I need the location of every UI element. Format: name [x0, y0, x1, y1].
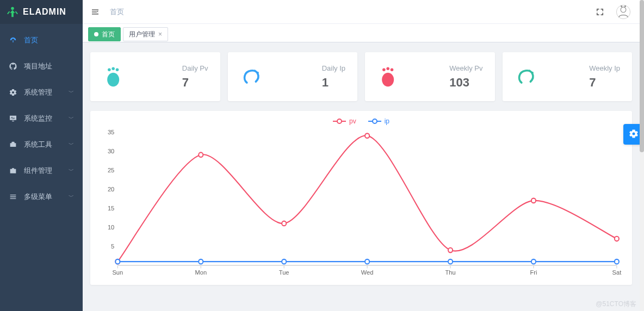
svg-text:10: 10	[108, 224, 114, 231]
avatar[interactable]	[615, 3, 632, 21]
chevron-down-icon: ﹀	[69, 115, 74, 122]
svg-point-13	[382, 68, 386, 71]
stat-card-weekly-ip[interactable]: Weekly Ip 7	[503, 52, 633, 101]
stat-label: Weekly Ip	[589, 64, 620, 72]
svg-text:35: 35	[108, 129, 114, 135]
menu-label: 系统管理	[24, 88, 62, 97]
fullscreen-icon[interactable]	[595, 7, 605, 17]
menu-label: 系统监控	[24, 114, 62, 123]
svg-point-51	[365, 259, 369, 264]
svg-point-42	[199, 152, 203, 157]
menu-label: 首页	[24, 35, 74, 45]
menu-label: 组件管理	[24, 166, 62, 176]
menu-collapse-icon[interactable]	[90, 7, 100, 17]
svg-point-7	[108, 68, 111, 71]
tab-label: 首页	[102, 28, 115, 41]
brand-name: ELADMIN	[23, 7, 66, 17]
menu-item-system-tools[interactable]: 系统工具 ﹀	[0, 132, 83, 158]
svg-text:Wed: Wed	[361, 269, 374, 276]
footprint-icon	[377, 65, 401, 89]
svg-point-50	[282, 259, 286, 264]
chevron-down-icon: ﹀	[69, 193, 74, 201]
swirl-footprint-icon	[240, 65, 264, 89]
svg-point-15	[391, 68, 394, 71]
svg-text:5: 5	[111, 243, 114, 250]
menu-item-multilevel[interactable]: 多级菜单 ﹀	[0, 184, 83, 210]
legend-label: pv	[349, 117, 356, 125]
svg-text:Fri: Fri	[530, 269, 537, 276]
svg-point-44	[365, 133, 369, 138]
svg-point-17	[528, 70, 530, 72]
tab-label: 用户管理	[129, 28, 155, 41]
scrollbar-track[interactable]	[640, 0, 644, 311]
monitor-icon	[9, 114, 17, 123]
briefcase-icon	[9, 166, 17, 175]
list-icon	[9, 192, 17, 201]
main-content: Daily Pv 7 Daily Ip 1 Weekly Pv 103	[83, 42, 640, 311]
svg-point-52	[448, 259, 453, 264]
swirl-footprint-icon	[515, 65, 538, 89]
stat-label: Weekly Pv	[449, 64, 482, 72]
svg-point-48	[115, 259, 120, 264]
svg-text:25: 25	[108, 167, 114, 173]
sidebar-menu: 首页 项目地址 系统管理 ﹀ 系统监控 ﹀ 系统工具 ﹀ 组件管理 ﹀ 多级	[0, 24, 83, 210]
tabs-bar: 首页 用户管理 ×	[83, 24, 640, 42]
menu-item-home[interactable]: 首页	[0, 27, 83, 53]
svg-point-9	[116, 68, 119, 71]
chevron-down-icon: ﹀	[69, 141, 74, 148]
svg-point-10	[107, 73, 119, 87]
legend-label: ip	[385, 117, 389, 125]
brand-bar: ELADMIN	[0, 0, 83, 24]
github-icon	[9, 62, 17, 71]
svg-point-8	[112, 67, 115, 70]
svg-text:Sat: Sat	[612, 269, 622, 276]
menu-item-project[interactable]: 项目地址	[0, 53, 83, 79]
stat-value: 103	[449, 76, 482, 90]
chevron-down-icon: ﹀	[69, 89, 74, 96]
watermark: @51CTO博客	[596, 300, 636, 309]
stats-row: Daily Pv 7 Daily Ip 1 Weekly Pv 103	[90, 52, 632, 101]
legend-item-ip[interactable]: ip	[368, 117, 389, 125]
sidebar: ELADMIN 首页 项目地址 系统管理 ﹀ 系统监控 ﹀ 系统工具 ﹀ 组件管…	[0, 0, 83, 311]
legend-item-pv[interactable]: pv	[333, 117, 356, 125]
active-dot-icon	[94, 32, 98, 36]
gear-icon	[628, 128, 639, 141]
stat-card-daily-ip[interactable]: Daily Ip 1	[228, 52, 358, 101]
svg-point-18	[531, 72, 534, 74]
menu-label: 多级菜单	[24, 192, 62, 202]
stat-card-daily-pv[interactable]: Daily Pv 7	[90, 52, 220, 101]
menu-item-components[interactable]: 组件管理 ﹀	[0, 158, 83, 184]
svg-point-53	[531, 259, 536, 264]
stat-value: 7	[589, 76, 620, 90]
gear-icon	[9, 88, 17, 97]
close-icon[interactable]: ×	[158, 28, 162, 41]
svg-point-49	[199, 259, 203, 264]
svg-point-16	[382, 73, 394, 87]
menu-label: 系统工具	[24, 140, 62, 150]
svg-text:Mon: Mon	[195, 269, 207, 276]
svg-point-43	[282, 221, 286, 226]
stat-label: Daily Ip	[322, 64, 345, 72]
svg-point-11	[253, 70, 256, 72]
stat-label: Daily Pv	[182, 64, 208, 72]
chevron-down-icon: ﹀	[69, 167, 74, 175]
svg-point-45	[448, 248, 453, 253]
svg-point-46	[531, 198, 536, 203]
tab-home[interactable]: 首页	[88, 27, 121, 41]
toolbox-icon	[9, 140, 17, 149]
header: 首页	[83, 0, 640, 24]
svg-text:Thu: Thu	[445, 269, 455, 276]
brand-logo-icon	[7, 6, 18, 18]
svg-text:20: 20	[108, 186, 114, 192]
svg-point-14	[386, 67, 389, 70]
svg-text:Tue: Tue	[279, 269, 289, 276]
svg-point-47	[615, 237, 619, 241]
line-chart: 5101520253035SunMonTueWedThuFriSat	[100, 127, 622, 279]
footprint-icon	[102, 65, 126, 89]
menu-item-system-manage[interactable]: 系统管理 ﹀	[0, 79, 83, 105]
svg-point-0	[11, 7, 14, 10]
stat-card-weekly-pv[interactable]: Weekly Pv 103	[365, 52, 495, 101]
scrollbar-thumb[interactable]	[640, 0, 644, 152]
tab-user-manage[interactable]: 用户管理 ×	[123, 27, 168, 41]
menu-item-system-monitor[interactable]: 系统监控 ﹀	[0, 105, 83, 132]
